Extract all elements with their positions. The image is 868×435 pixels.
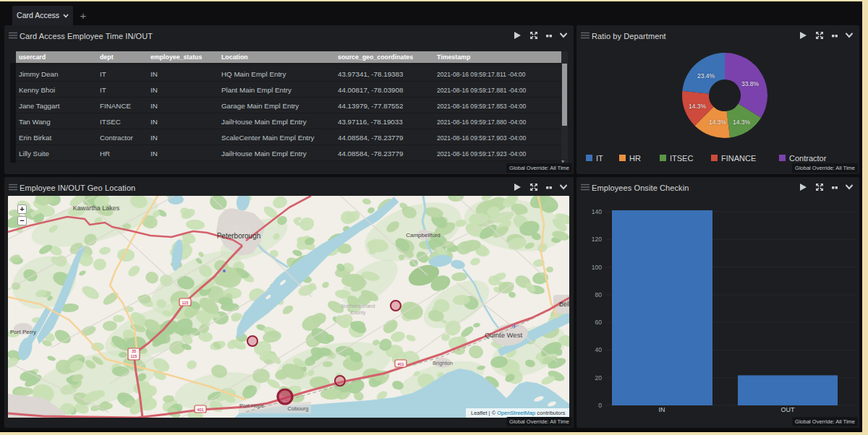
svg-text:401: 401	[397, 362, 404, 366]
svg-text:140: 140	[592, 208, 602, 215]
svg-text:Port Hope: Port Hope	[239, 402, 264, 409]
svg-text:Quinte West: Quinte West	[485, 331, 522, 339]
svg-text:100: 100	[592, 264, 602, 271]
svg-text:Northumberland: Northumberland	[341, 303, 375, 309]
svg-text:OUT: OUT	[781, 406, 796, 413]
svg-text:401: 401	[197, 408, 203, 412]
svg-text:115: 115	[182, 301, 189, 305]
svg-text:0: 0	[598, 402, 602, 409]
svg-text:Campbellford: Campbellford	[406, 232, 441, 238]
svg-text:80: 80	[595, 291, 603, 298]
svg-text:35: 35	[132, 349, 136, 353]
svg-text:40: 40	[595, 346, 603, 353]
svg-text:Belle: Belle	[559, 301, 569, 308]
svg-text:Peterborough: Peterborough	[217, 232, 261, 240]
svg-text:County: County	[351, 310, 366, 316]
svg-text:20: 20	[595, 374, 603, 382]
svg-text:120: 120	[592, 236, 602, 243]
svg-text:60: 60	[595, 319, 603, 326]
svg-text:Cobourg: Cobourg	[288, 405, 309, 412]
svg-text:Kawartha Lakes: Kawartha Lakes	[73, 204, 120, 212]
svg-text:IN: IN	[659, 406, 665, 413]
svg-text:Brighton: Brighton	[433, 360, 453, 366]
svg-text:Port Perry: Port Perry	[10, 329, 36, 335]
svg-text:115: 115	[131, 354, 137, 358]
svg-text:Leaflet | © OpenStreetMap cont: Leaflet | © OpenStreetMap contributors	[471, 410, 566, 416]
svg-text:✈: ✈	[511, 323, 517, 330]
